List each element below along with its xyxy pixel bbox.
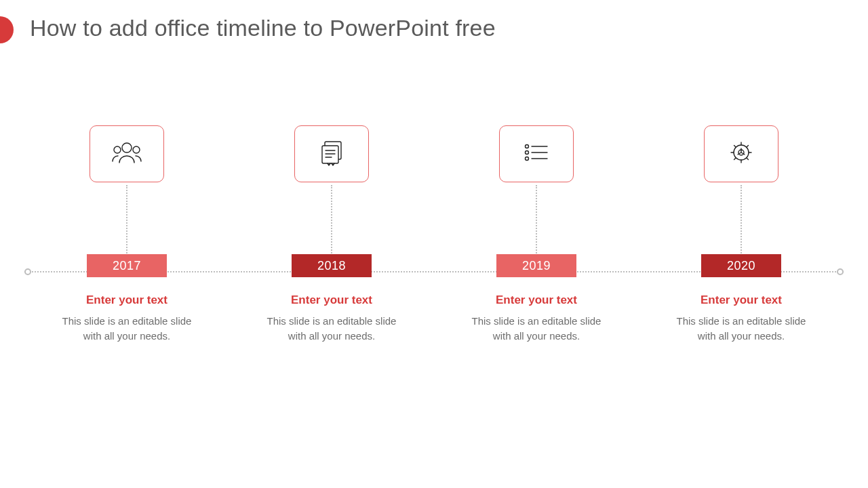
year-badge: 2017 — [87, 254, 167, 277]
milestone-2018: 2018 Enter your text This slide is an ed… — [254, 125, 410, 356]
milestone-description: This slide is an editable slide with all… — [663, 314, 819, 344]
milestone-icon-box — [294, 125, 369, 182]
milestone-description: This slide is an editable slide with all… — [49, 314, 205, 344]
svg-point-1 — [114, 146, 121, 153]
slide-canvas: How to add office timeline to PowerPoint… — [0, 0, 868, 488]
year-badge: 2019 — [496, 254, 576, 277]
svg-point-8 — [526, 145, 529, 148]
milestone-heading: Enter your text — [663, 293, 819, 307]
milestone-2017: 2017 Enter your text This slide is an ed… — [49, 125, 205, 356]
year-badge: 2020 — [701, 254, 781, 277]
milestone-icon-box — [499, 125, 574, 182]
milestone-description: This slide is an editable slide with all… — [254, 314, 410, 344]
gear-icon — [727, 138, 755, 169]
milestone-heading: Enter your text — [49, 293, 205, 307]
svg-point-10 — [526, 151, 529, 155]
milestone-connector — [536, 185, 537, 256]
milestone-2019: 2019 Enter your text This slide is an ed… — [458, 125, 614, 356]
milestone-heading: Enter your text — [254, 293, 410, 307]
document-icon — [317, 139, 347, 169]
people-icon — [111, 140, 142, 168]
svg-point-12 — [526, 157, 529, 161]
milestone-2020: 2020 Enter your text This slide is an ed… — [663, 125, 819, 356]
svg-point-2 — [133, 146, 140, 153]
milestone-icon-box — [90, 125, 164, 182]
milestone-heading: Enter your text — [458, 293, 614, 307]
svg-rect-4 — [322, 146, 338, 163]
svg-point-0 — [122, 143, 132, 152]
milestone-connector — [741, 185, 742, 256]
year-badge: 2018 — [292, 254, 372, 277]
list-icon — [521, 141, 551, 167]
milestone-icon-box — [704, 125, 778, 182]
milestone-connector — [331, 185, 332, 256]
corner-accent-circle — [0, 16, 14, 43]
milestone-description: This slide is an editable slide with all… — [458, 314, 614, 344]
timeline-milestones: 2017 Enter your text This slide is an ed… — [0, 125, 868, 356]
milestone-connector — [126, 185, 127, 256]
slide-title: How to add office timeline to PowerPoint… — [30, 15, 841, 41]
